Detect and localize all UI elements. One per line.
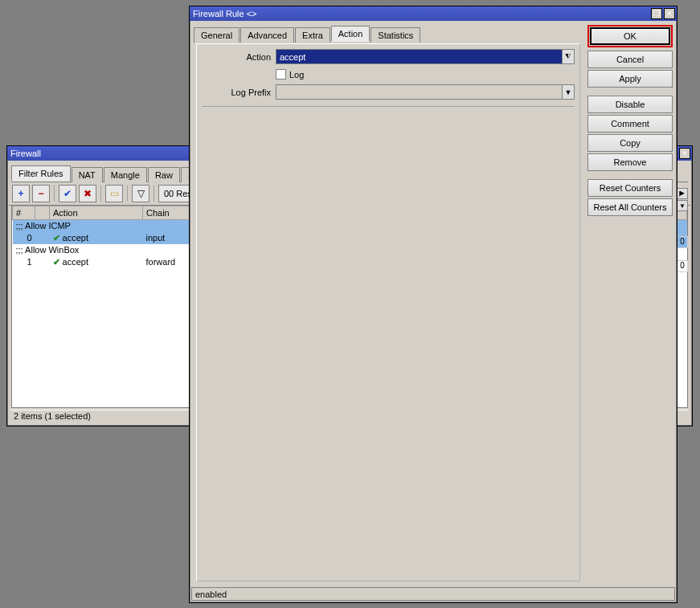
cancel-button[interactable]: Cancel xyxy=(587,51,673,68)
tab-mangle[interactable]: Mangle xyxy=(104,167,147,182)
restore-icon[interactable]: ❐ xyxy=(651,8,662,19)
firewall-rule-dialog: Firewall Rule <> ❐ ✕ General Advanced Ex… xyxy=(189,6,677,603)
remove-rule-button[interactable]: Remove xyxy=(587,153,673,171)
counter-cell: 0 xyxy=(677,260,688,272)
tab-advanced[interactable]: Advanced xyxy=(240,27,294,43)
col-action[interactable]: Action xyxy=(50,206,143,220)
filter-button[interactable]: ▽ xyxy=(132,185,149,202)
rule-panel: Action accept ⧨ Log Log Prefix ▼ xyxy=(196,43,580,581)
ok-button[interactable]: OK xyxy=(590,27,670,45)
col-flag[interactable] xyxy=(35,206,50,220)
right-counter-cells: 0 0 xyxy=(677,212,688,272)
ok-highlight: OK xyxy=(587,25,673,47)
tab-nat[interactable]: NAT xyxy=(72,167,103,182)
rule-titlebar[interactable]: Firewall Rule <> ❐ ✕ xyxy=(190,6,677,21)
reset-counters-button[interactable]: Reset Counters xyxy=(587,179,673,197)
comment-button[interactable]: Comment xyxy=(587,115,673,133)
tab-extra[interactable]: Extra xyxy=(295,27,330,43)
add-button[interactable]: + xyxy=(12,185,30,202)
log-checkbox-wrap[interactable]: Log xyxy=(276,69,304,80)
apply-button[interactable]: Apply xyxy=(587,70,673,88)
copy-button[interactable]: Copy xyxy=(587,134,673,152)
disable-button[interactable]: Disable xyxy=(587,96,673,113)
action-select[interactable]: accept xyxy=(276,49,563,64)
remove-button[interactable]: − xyxy=(32,185,50,202)
log-prefix-label: Log Prefix xyxy=(202,88,276,97)
tab-filter-rules[interactable]: Filter Rules xyxy=(11,165,71,182)
disable-button[interactable]: ✖ xyxy=(79,185,96,202)
action-dropdown-button[interactable]: ⧨ xyxy=(562,49,575,64)
tab-statistics[interactable]: Statistics xyxy=(370,27,420,43)
comment-button[interactable]: ▭ xyxy=(105,185,123,202)
tab-raw[interactable]: Raw xyxy=(148,167,180,182)
log-label: Log xyxy=(289,70,304,80)
rule-buttons: OK Cancel Apply Disable Comment Copy Rem… xyxy=(585,22,675,586)
log-prefix-dropdown-button[interactable]: ▼ xyxy=(562,84,575,100)
close-icon[interactable]: ✕ xyxy=(679,148,690,159)
tab-general[interactable]: General xyxy=(194,27,239,43)
scroll-button[interactable]: ⯈ xyxy=(677,188,688,199)
dropdown-button[interactable]: ▼ xyxy=(677,200,688,211)
rule-left-panel: General Advanced Extra Action Statistics… xyxy=(191,22,585,586)
enable-button[interactable]: ✔ xyxy=(59,185,76,202)
close-icon[interactable]: ✕ xyxy=(664,8,675,19)
rule-tabs: General Advanced Extra Action Statistics xyxy=(191,22,585,42)
col-number[interactable]: # xyxy=(13,206,35,220)
tab-action[interactable]: Action xyxy=(331,26,370,42)
counter-cell: 0 xyxy=(677,236,688,248)
action-label: Action xyxy=(202,52,276,62)
rule-status: enabled xyxy=(191,587,675,601)
scroll-arrow-group: ⯈ ▼ xyxy=(677,188,688,212)
log-prefix-input[interactable] xyxy=(276,84,563,100)
rule-title: Firewall Rule <> xyxy=(193,9,649,18)
log-checkbox[interactable] xyxy=(276,69,286,80)
reset-all-counters-button[interactable]: Reset All Counters xyxy=(587,198,673,216)
